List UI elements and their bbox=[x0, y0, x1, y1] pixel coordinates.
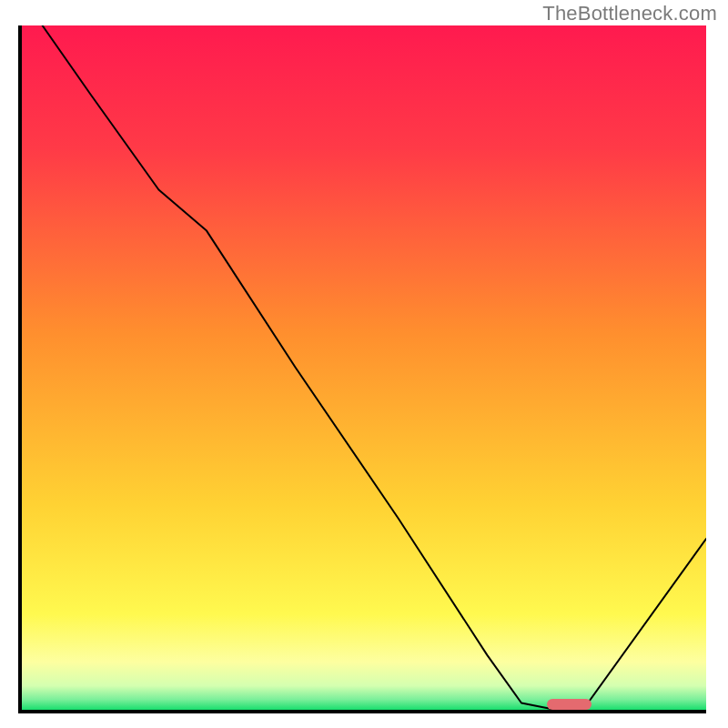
plot-area bbox=[22, 25, 706, 710]
axes-frame bbox=[18, 25, 706, 713]
gradient-fill bbox=[22, 25, 706, 710]
optimal-marker bbox=[547, 699, 592, 710]
watermark-text: TheBottleneck.com bbox=[542, 2, 717, 25]
chart-svg bbox=[22, 25, 706, 710]
chart-container: TheBottleneck.com bbox=[0, 0, 728, 728]
